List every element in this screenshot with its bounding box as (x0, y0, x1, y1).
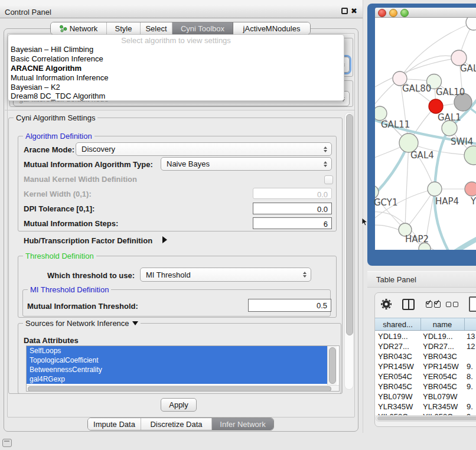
menu-item[interactable]: Bayesian – Hill Climbing (11, 44, 93, 54)
kernel-width-field[interactable]: 0.0 (253, 188, 332, 199)
tab-jactivemnodules[interactable]: jActiveMNodules (233, 22, 310, 34)
minimize-traffic-button[interactable] (389, 9, 397, 17)
column-divider (464, 318, 465, 330)
select-all-checks-icon[interactable] (434, 301, 441, 308)
maximize-traffic-button[interactable] (400, 9, 409, 17)
tab-style[interactable]: Style (107, 22, 141, 34)
float-icon[interactable] (341, 8, 348, 14)
table-cell[interactable]: YDL19... (378, 332, 408, 341)
tab-cyni-toolbox[interactable]: Cyni Toolbox (172, 22, 233, 34)
algorithm-dropdown-menu: Select algorithm to view settings Bayesi… (8, 34, 344, 101)
column-header[interactable]: name (420, 320, 464, 329)
mi-steps-label: Mutual Information Steps: (24, 219, 118, 228)
list-item[interactable]: TopologicalCoefficient (27, 356, 327, 365)
table-hscrollbar[interactable] (376, 415, 476, 422)
table-cell[interactable]: YBR045C (378, 382, 412, 391)
list-item[interactable]: gal4RGexp (27, 374, 327, 384)
table-cell[interactable]: YBR043C (378, 352, 412, 361)
combo-arrows (303, 272, 307, 278)
network-canvas[interactable] (375, 18, 476, 250)
table-cell[interactable]: 12 (467, 342, 475, 351)
gear-icon[interactable] (380, 298, 392, 310)
table-cell[interactable]: YLR345W (378, 402, 413, 411)
menu-item[interactable]: ARACNE Algorithm (11, 63, 81, 73)
node-label: GAL4 (410, 150, 434, 161)
which-threshold-combo[interactable]: MI Threshold (140, 268, 311, 282)
unselect-checks-icon[interactable] (453, 302, 458, 307)
table-cell[interactable]: 9. (467, 402, 473, 411)
aracne-mode-combo[interactable]: Discovery (76, 142, 332, 156)
menu-item[interactable]: Dream8 DC_TDC Algorithm (11, 91, 105, 100)
table-cell[interactable]: 9. (467, 362, 473, 371)
node (428, 182, 442, 196)
tab-discretize-data[interactable]: Discretize Data (141, 418, 212, 430)
menu-item[interactable]: Mutual Information Inference (11, 73, 108, 82)
control-panel-tabs: Network Style Select Cyni Toolbox jActiv… (50, 22, 311, 35)
control-panel-titlebar[interactable] (0, 5, 363, 18)
mi-algorithm-type-combo[interactable]: Naive Bayes (161, 157, 332, 171)
column-header[interactable]: shared... (375, 320, 420, 329)
menu-item[interactable]: Basic Correlation Inference (11, 54, 103, 63)
close-traffic-button[interactable] (378, 9, 386, 17)
mi-steps-field[interactable]: 6 (253, 217, 332, 229)
group-title: Algorithm Definition (23, 132, 94, 141)
table-cell[interactable]: YER054C (423, 372, 457, 381)
table-cell[interactable]: YER054C (378, 372, 412, 381)
node-red (429, 99, 443, 113)
node (466, 18, 476, 30)
list-item[interactable]: SelfLoops (27, 346, 327, 356)
node-label: GAL80 (402, 83, 431, 94)
manual-kernel-label: Manual Kernel Width Definition (24, 175, 137, 184)
manual-kernel-checkbox[interactable] (324, 175, 333, 184)
collapse-arrow-icon[interactable] (132, 321, 138, 325)
hub-definition-label[interactable]: Hub/Transcription Factor Definition (24, 236, 152, 245)
unselect-checks-icon[interactable] (446, 302, 451, 307)
table-cell[interactable]: 13 (467, 332, 475, 341)
table-cell[interactable]: YDR27... (378, 342, 409, 351)
aracne-mode-label: Aracne Mode: (24, 145, 74, 154)
table-cell[interactable]: YBL079W (423, 392, 458, 401)
table-cell[interactable]: YLR345W (423, 402, 458, 411)
table-cell[interactable]: YDL19... (423, 332, 453, 341)
tab-impute-data[interactable]: Impute Data (88, 418, 141, 430)
expand-arrow-icon[interactable] (162, 236, 167, 243)
group-title: MI Threshold Definition (28, 285, 111, 294)
close-icon[interactable]: ✖ (351, 6, 357, 15)
tab-select[interactable]: Select (141, 22, 172, 34)
select-all-checks-icon[interactable] (426, 301, 432, 308)
table-cell[interactable]: YDR27... (423, 342, 454, 351)
divider (5, 110, 354, 110)
network-icon (60, 25, 67, 32)
list-vscrollbar[interactable] (327, 346, 337, 385)
combo-arrows (324, 146, 327, 152)
mi-threshold-label: Mutual Information Threshold: (27, 302, 138, 311)
table-cell[interactable]: YPR145W (378, 362, 414, 371)
panel-mini-icon[interactable] (2, 439, 12, 447)
dpi-tolerance-label: DPI Tolerance [0,1]: (24, 204, 94, 213)
new-table-icon[interactable] (469, 296, 476, 312)
group-title: Threshold Definition (23, 252, 96, 260)
table-cell[interactable]: YBR045C (423, 382, 457, 391)
combo-arrows (324, 161, 327, 167)
columns-icon[interactable] (402, 299, 415, 310)
screen: Control Panel ✖ gal filtered.sif default… (0, 0, 476, 450)
tab-infer-network[interactable]: Infer Network (212, 418, 273, 430)
table-header: shared... name (375, 318, 476, 331)
apply-button[interactable]: Apply (161, 398, 197, 412)
kernel-width-label: Kernel Width (0,1): (24, 190, 92, 198)
table-cell[interactable]: 9. (467, 382, 473, 391)
panel-vscrollbar[interactable] (344, 112, 354, 390)
dpi-tolerance-field[interactable]: 0.0 (253, 203, 332, 214)
node (465, 182, 476, 196)
list-hscrollbar[interactable] (27, 385, 339, 391)
mi-threshold-field[interactable]: 0.5 (248, 299, 331, 312)
table-cell[interactable]: 8. (467, 372, 473, 381)
which-threshold-label: Which threshold to use: (47, 271, 135, 280)
table-cell[interactable]: YBL079W (378, 392, 413, 401)
table-cell[interactable]: YBR043C (423, 352, 457, 361)
tab-network[interactable]: Network (51, 22, 107, 34)
menu-item[interactable]: Bayesian – K2 (11, 82, 60, 92)
table-cell[interactable]: YPR145W (423, 362, 459, 371)
list-item[interactable]: BetweennessCentrality (27, 365, 327, 374)
combo-value: Discovery (81, 145, 115, 154)
